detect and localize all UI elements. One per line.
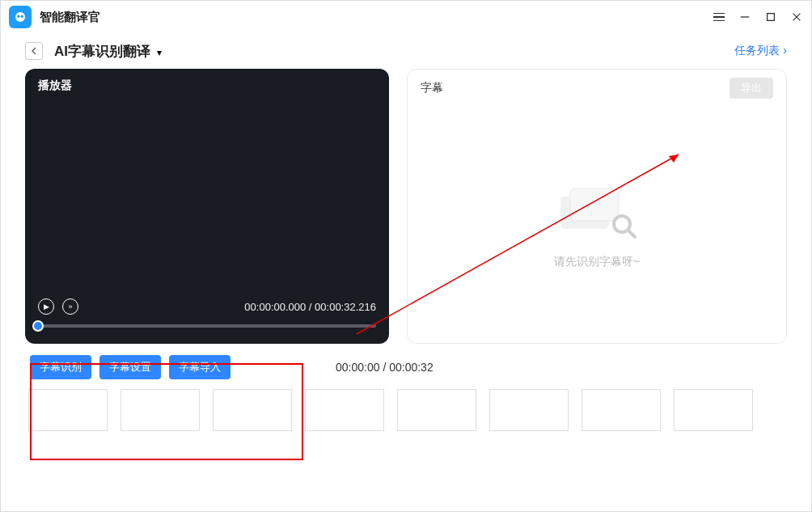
maximize-icon[interactable]: [764, 11, 777, 23]
empty-hint: 请先识别字幕呀~: [554, 255, 640, 269]
thumbnail[interactable]: [674, 389, 753, 431]
thumbnail[interactable]: [121, 389, 200, 431]
nav-row: AI字幕识别翻译 ▾ 任务列表 ›: [1, 33, 811, 69]
fast-forward-icon[interactable]: »: [62, 298, 78, 315]
player-progress-bar[interactable]: [38, 324, 376, 328]
page-title: AI字幕识别翻译: [54, 44, 150, 59]
chevron-right-icon: ›: [783, 44, 787, 57]
subtitle-settings-button[interactable]: 字幕设置: [99, 355, 161, 379]
play-icon[interactable]: ▶: [38, 298, 54, 315]
player-title: 播放器: [38, 78, 376, 93]
subtitle-body: 请先识别字幕呀~: [408, 107, 786, 343]
nav-left: AI字幕识别翻译 ▾: [25, 42, 162, 61]
thumbnail[interactable]: [397, 389, 476, 431]
thumbnail[interactable]: [489, 389, 569, 431]
player-body: [38, 96, 376, 298]
actions-time-row: 字幕识别 字幕设置 字幕导入 00:00:00 / 00:00:32: [30, 355, 787, 379]
page-title-dropdown[interactable]: AI字幕识别翻译 ▾: [54, 42, 162, 61]
timeline-time: 00:00:00 / 00:00:32: [336, 361, 433, 374]
svg-point-2: [21, 15, 23, 18]
svg-point-0: [15, 12, 25, 22]
minimize-icon[interactable]: [738, 11, 751, 23]
thumbnail[interactable]: [28, 389, 108, 431]
empty-state-icon: [552, 180, 641, 245]
svg-rect-4: [768, 14, 775, 21]
progress-thumb[interactable]: [32, 320, 44, 332]
subtitle-panel: 字幕 导出 请先识别字幕呀~: [407, 69, 787, 344]
subtitle-recognize-button[interactable]: 字幕识别: [30, 355, 91, 379]
app-title: 智能翻译官: [40, 10, 100, 25]
chevron-down-icon: ▾: [157, 47, 162, 58]
task-list-link[interactable]: 任务列表 ›: [734, 44, 787, 58]
window-controls: [713, 11, 803, 23]
thumbnail[interactable]: [582, 389, 661, 431]
export-button[interactable]: 导出: [730, 78, 773, 99]
main-row: 播放器 ▶ » 00:00:00.000 / 00:00:32.216 字幕 导…: [1, 69, 811, 344]
close-icon[interactable]: [790, 11, 803, 23]
player-panel: 播放器 ▶ » 00:00:00.000 / 00:00:32.216: [25, 69, 389, 344]
player-time: 00:00:00.000 / 00:00:32.216: [244, 301, 376, 313]
thumbnail[interactable]: [213, 389, 292, 431]
titlebar: 智能翻译官: [1, 1, 811, 33]
menu-icon[interactable]: [713, 11, 725, 23]
svg-rect-8: [570, 188, 619, 221]
back-button[interactable]: [25, 42, 43, 60]
app-logo-icon: [9, 6, 32, 28]
thumbnail[interactable]: [305, 389, 384, 431]
subtitle-header: 字幕 导出: [408, 70, 786, 107]
svg-point-1: [17, 15, 19, 18]
bottom-row: 字幕识别 字幕设置 字幕导入 00:00:00 / 00:00:32: [1, 355, 811, 434]
subtitle-import-button[interactable]: 字幕导入: [169, 355, 230, 379]
subtitle-title: 字幕: [421, 81, 443, 95]
player-controls: ▶ » 00:00:00.000 / 00:00:32.216: [38, 298, 376, 315]
thumbnail-strip[interactable]: [25, 387, 787, 434]
svg-line-10: [628, 230, 635, 237]
titlebar-left: 智能翻译官: [9, 6, 100, 28]
